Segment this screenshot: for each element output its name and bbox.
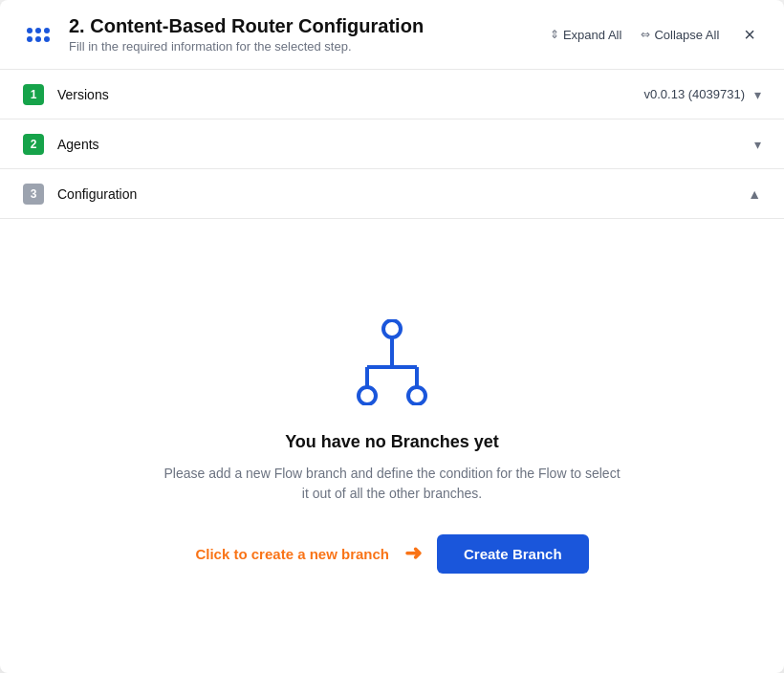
close-button[interactable]: × <box>738 23 761 46</box>
modal-subtitle: Fill in the required information for the… <box>69 39 534 54</box>
collapse-all-button[interactable]: ⇔ Collapse All <box>641 28 719 42</box>
configuration-content: You have no Branches yet Please add a ne… <box>0 219 784 673</box>
svg-point-5 <box>359 387 376 404</box>
modal-header: 2. Content-Based Router Configuration Fi… <box>0 0 784 70</box>
dot <box>35 36 41 42</box>
header-text: 2. Content-Based Router Configuration Fi… <box>69 15 534 54</box>
svg-point-0 <box>383 320 401 337</box>
section-versions[interactable]: 1 Versions v0.0.13 (4039731) ▾ <box>0 70 784 119</box>
header-actions: ⇕ Expand All ⇔ Collapse All × <box>550 23 761 46</box>
modal-body: 1 Versions v0.0.13 (4039731) ▾ 2 Agents … <box>0 70 784 673</box>
section-label-configuration: Configuration <box>57 186 748 202</box>
create-branch-button[interactable]: Create Branch <box>437 534 589 574</box>
expand-icon: ⇕ <box>550 28 559 41</box>
chevron-versions: ▾ <box>754 87 761 102</box>
cta-text: Click to create a new branch <box>195 546 389 562</box>
dot <box>35 28 41 33</box>
step-badge-3: 3 <box>23 184 44 205</box>
header-icon <box>23 24 54 46</box>
dot <box>44 28 50 33</box>
branch-icon <box>344 319 440 409</box>
collapse-icon: ⇔ <box>641 28 650 41</box>
expand-all-label: Expand All <box>563 28 621 42</box>
step-badge-2: 2 <box>23 134 44 155</box>
svg-point-6 <box>408 387 425 404</box>
modal-container: 2. Content-Based Router Configuration Fi… <box>0 0 784 673</box>
no-branches-desc: Please add a new Flow branch and define … <box>163 464 621 504</box>
collapse-all-label: Collapse All <box>654 28 719 42</box>
version-meta: v0.0.13 (4039731) <box>643 87 745 101</box>
chevron-configuration: ▲ <box>748 186 761 202</box>
dot <box>27 28 33 33</box>
dot <box>44 36 50 42</box>
section-agents[interactable]: 2 Agents ▾ <box>0 119 784 169</box>
chevron-agents: ▾ <box>754 137 761 152</box>
dot <box>27 36 33 42</box>
section-configuration[interactable]: 3 Configuration ▲ <box>0 169 784 219</box>
section-label-agents: Agents <box>57 137 754 152</box>
modal-title: 2. Content-Based Router Configuration <box>69 15 534 37</box>
expand-all-button[interactable]: ⇕ Expand All <box>550 28 621 42</box>
arrow-icon: ➜ <box>404 541 422 566</box>
no-branches-title: You have no Branches yet <box>285 432 499 452</box>
step-badge-1: 1 <box>23 84 44 105</box>
section-label-versions: Versions <box>57 87 643 102</box>
create-branch-row: Click to create a new branch ➜ Create Br… <box>195 534 588 574</box>
